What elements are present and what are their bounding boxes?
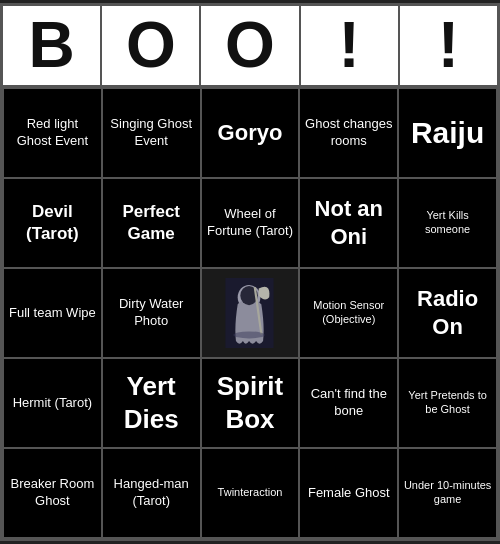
cell-r5c3[interactable]: Twinteraction xyxy=(201,448,300,538)
cell-r4c1[interactable]: Hermit (Tarot) xyxy=(3,358,102,448)
title-letter-excl1: ! xyxy=(301,6,400,84)
svg-point-4 xyxy=(234,331,266,338)
ghost-image xyxy=(206,274,295,352)
bingo-grid: Red light Ghost Event Singing Ghost Even… xyxy=(3,88,497,538)
cell-r3c3[interactable] xyxy=(201,268,300,358)
title-letter-b: B xyxy=(3,6,102,84)
cell-r2c4[interactable]: Not an Oni xyxy=(299,178,398,268)
cell-r2c5[interactable]: Yert Kills someone xyxy=(398,178,497,268)
cell-r5c1[interactable]: Breaker Room Ghost xyxy=(3,448,102,538)
title-letter-excl2: ! xyxy=(400,6,497,84)
cell-r3c5[interactable]: Radio On xyxy=(398,268,497,358)
cell-r4c2[interactable]: Yert Dies xyxy=(102,358,201,448)
cell-r4c4[interactable]: Can't find the bone xyxy=(299,358,398,448)
cell-r3c1[interactable]: Full team Wipe xyxy=(3,268,102,358)
cell-r2c1[interactable]: Devil (Tarot) xyxy=(3,178,102,268)
bingo-title: B O O ! ! xyxy=(3,6,497,87)
cell-r3c4[interactable]: Motion Sensor (Objective) xyxy=(299,268,398,358)
cell-r4c3[interactable]: Spirit Box xyxy=(201,358,300,448)
cell-r1c1[interactable]: Red light Ghost Event xyxy=(3,88,102,178)
cell-r1c4[interactable]: Ghost changes rooms xyxy=(299,88,398,178)
cell-r2c3[interactable]: Wheel of Fortune (Tarot) xyxy=(201,178,300,268)
cell-r5c2[interactable]: Hanged-man (Tarot) xyxy=(102,448,201,538)
cell-r1c2[interactable]: Singing Ghost Event xyxy=(102,88,201,178)
cell-r5c4[interactable]: Female Ghost xyxy=(299,448,398,538)
cell-r1c3[interactable]: Goryo xyxy=(201,88,300,178)
cell-r3c2[interactable]: Dirty Water Photo xyxy=(102,268,201,358)
bingo-card: B O O ! ! Red light Ghost Event Singing … xyxy=(0,3,500,540)
cell-r1c5[interactable]: Raiju xyxy=(398,88,497,178)
title-letter-o1: O xyxy=(102,6,201,84)
cell-r5c5[interactable]: Under 10-minutes game xyxy=(398,448,497,538)
cell-r4c5[interactable]: Yert Pretends to be Ghost xyxy=(398,358,497,448)
title-letter-o2: O xyxy=(201,6,300,84)
cell-r2c2[interactable]: Perfect Game xyxy=(102,178,201,268)
